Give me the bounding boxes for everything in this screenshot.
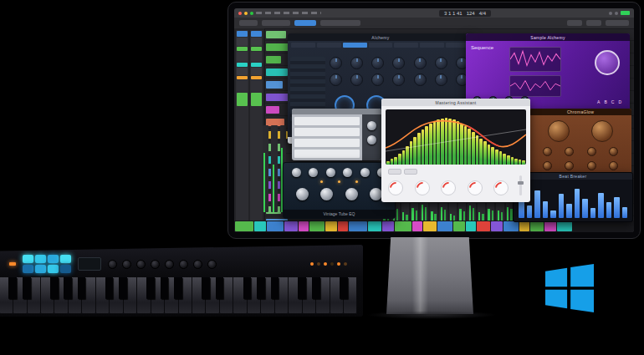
- drum-pad[interactable]: [23, 255, 33, 263]
- mixer-channel[interactable]: [411, 203, 418, 221]
- drum-pad[interactable]: [35, 265, 46, 273]
- mixer-channel[interactable]: [458, 203, 466, 221]
- keyboard-button[interactable]: [310, 262, 314, 266]
- plugin-window-mastering-assistant[interactable]: Mastering Assistant: [381, 99, 530, 202]
- region-clip[interactable]: [266, 31, 286, 38]
- knob[interactable]: [609, 147, 618, 156]
- mixer-button[interactable]: [567, 20, 582, 26]
- knob[interactable]: [320, 188, 333, 200]
- knob[interactable]: [292, 168, 301, 177]
- knob[interactable]: [108, 260, 117, 269]
- black-key[interactable]: [312, 277, 320, 299]
- region-clip[interactable]: [266, 81, 283, 89]
- knob[interactable]: [330, 74, 342, 86]
- step-bar[interactable]: [566, 204, 572, 218]
- knob[interactable]: [543, 161, 552, 170]
- transport-lcd[interactable]: 3 1 1 41 124 4/4: [439, 10, 491, 17]
- region-clip[interactable]: [266, 106, 279, 114]
- black-key[interactable]: [243, 277, 252, 299]
- knob[interactable]: [330, 57, 342, 69]
- knob[interactable]: [343, 168, 352, 177]
- plugin-window-beat-breaker[interactable]: Beat Breaker: [513, 172, 633, 222]
- keyboard-button[interactable]: [317, 262, 320, 266]
- motion-label[interactable]: A: [597, 99, 600, 104]
- knob[interactable]: [296, 188, 309, 200]
- alchemy-tab[interactable]: [420, 43, 444, 48]
- motion-label[interactable]: B: [604, 99, 606, 104]
- library-button[interactable]: [239, 20, 258, 26]
- knob[interactable]: [367, 121, 376, 130]
- patch-row[interactable]: [294, 139, 360, 147]
- alchemy-tab[interactable]: [394, 43, 418, 48]
- keyboard-button[interactable]: [337, 262, 340, 266]
- knob[interactable]: [165, 260, 174, 269]
- plugin-window-patch-panel[interactable]: [292, 109, 381, 160]
- drum-pad[interactable]: [60, 255, 71, 263]
- channel-fader[interactable]: [263, 125, 268, 212]
- knob[interactable]: [435, 57, 447, 69]
- drum-pad[interactable]: [48, 265, 59, 273]
- knob[interactable]: [193, 260, 202, 269]
- knob[interactable]: [415, 180, 430, 195]
- patch-row[interactable]: [294, 150, 360, 158]
- black-key[interactable]: [105, 277, 114, 299]
- patch-row[interactable]: [294, 117, 360, 125]
- slider-thumb[interactable]: [518, 181, 524, 185]
- step-bar[interactable]: [622, 207, 628, 218]
- mixer-channel[interactable]: [468, 203, 475, 221]
- knob[interactable]: [609, 161, 618, 170]
- drum-pad[interactable]: [48, 255, 59, 263]
- knob[interactable]: [151, 260, 160, 269]
- editors-button[interactable]: [586, 20, 601, 26]
- knob[interactable]: [345, 188, 358, 200]
- knob[interactable]: [414, 74, 427, 86]
- black-key[interactable]: [340, 277, 348, 299]
- knob[interactable]: [350, 57, 363, 69]
- knob[interactable]: [565, 147, 574, 156]
- step-bar[interactable]: [550, 210, 556, 218]
- channel-fader[interactable]: [271, 125, 277, 212]
- black-key[interactable]: [298, 277, 306, 299]
- mixer-channel[interactable]: [430, 203, 437, 221]
- knob[interactable]: [371, 74, 384, 86]
- knob[interactable]: [122, 260, 131, 269]
- step-bar[interactable]: [614, 197, 620, 218]
- motion-label[interactable]: D: [618, 99, 621, 104]
- knob[interactable]: [326, 168, 335, 177]
- wifi-icon[interactable]: [609, 12, 612, 15]
- traffic-light-button[interactable]: [238, 12, 242, 15]
- black-key[interactable]: [119, 277, 127, 299]
- motion-knob[interactable]: [595, 50, 620, 75]
- alchemy-tab[interactable]: [343, 43, 367, 48]
- mixer-channel[interactable]: [487, 203, 494, 221]
- alchemy-tab[interactable]: [317, 43, 341, 48]
- motion-label[interactable]: C: [611, 99, 615, 104]
- knob[interactable]: [179, 260, 188, 269]
- search-icon[interactable]: [615, 12, 618, 15]
- knob[interactable]: [309, 168, 318, 177]
- black-key[interactable]: [161, 277, 169, 299]
- region-clip[interactable]: [266, 94, 289, 101]
- alchemy-tab[interactable]: [291, 43, 315, 48]
- black-key[interactable]: [8, 277, 17, 299]
- knob[interactable]: [587, 161, 596, 170]
- knob[interactable]: [441, 180, 456, 195]
- drum-pad[interactable]: [23, 265, 33, 273]
- browser-button[interactable]: [606, 20, 629, 26]
- mixer-channel[interactable]: [439, 203, 447, 221]
- step-bar[interactable]: [543, 201, 549, 218]
- drum-pad[interactable]: [60, 265, 71, 273]
- knob[interactable]: [392, 57, 405, 69]
- patch-row[interactable]: [294, 128, 360, 136]
- knob[interactable]: [591, 120, 613, 142]
- black-key[interactable]: [50, 277, 59, 299]
- mixer-channel[interactable]: [478, 203, 485, 221]
- black-key[interactable]: [271, 277, 279, 299]
- knob[interactable]: [587, 147, 596, 156]
- traffic-light-button[interactable]: [250, 12, 253, 15]
- step-bar[interactable]: [606, 202, 612, 218]
- keyboard-button[interactable]: [344, 262, 347, 266]
- knob[interactable]: [360, 168, 370, 177]
- drum-pad[interactable]: [35, 255, 46, 263]
- mixer-channel[interactable]: [496, 203, 503, 221]
